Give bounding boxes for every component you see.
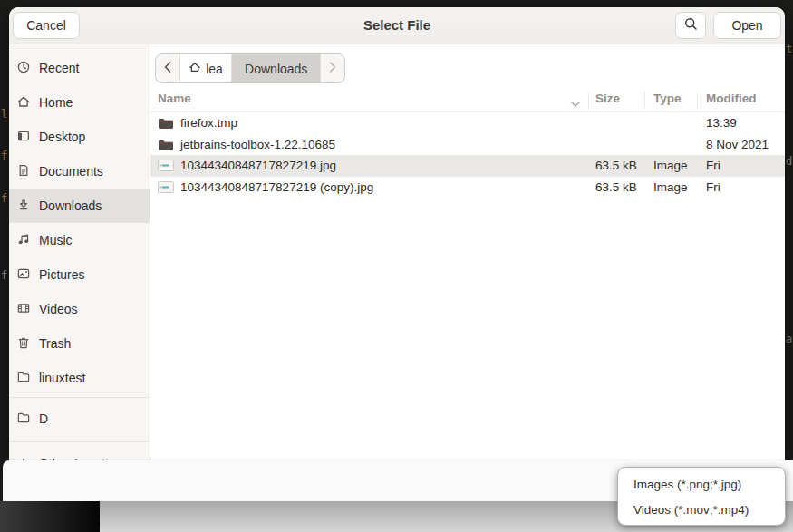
sidebar-item-label: Pictures [39,267,85,282]
sidebar-item-documents[interactable]: Documents [9,154,150,189]
home-icon [189,61,201,76]
file-chooser-dialog: Select File Cancel Open Recent Home Desk… [9,7,785,460]
path-bar: lea Downloads [155,53,345,83]
path-segment-home[interactable]: lea [180,54,232,82]
sidebar-item-label: Trash [39,336,71,351]
path-home-label: lea [206,62,223,76]
trash-icon [16,335,31,350]
chevron-right-icon [328,61,337,73]
column-header-type[interactable]: Type [653,92,682,105]
dialog-headerbar: Select File Cancel Open [9,7,785,44]
sidebar-item-recent[interactable]: Recent [9,51,150,85]
dialog-title: Select File [9,7,785,44]
column-separator [588,92,589,108]
terminal-text-fragment: d [786,156,793,167]
search-icon [683,16,699,32]
column-separator [697,92,698,108]
filter-option[interactable]: Images (*.png;*.jpg) [618,472,785,498]
sidebar-item-label: Videos [39,302,78,316]
terminal-text-fragment: l [1,109,9,120]
file-row[interactable]: firefox.tmp 13:39 [150,112,785,134]
file-row[interactable]: 10344340848717827219.jpg 63.5 kB Image F… [150,155,785,177]
folder-icon [158,139,174,151]
folder-icon [158,117,174,130]
sidebar-item-label: Home [39,95,73,110]
sidebar-item-pictures[interactable]: Pictures [9,257,150,292]
file-list: firefox.tmp 13:39 jetbrains-toolbox-1.22… [150,112,785,198]
terminal-text-fragment: f [1,270,9,281]
chevron-right-icon [328,61,337,76]
sidebar-item-linuxtest[interactable]: linuxtest [9,361,150,395]
sidebar-item-label: Music [39,233,73,247]
file-filter-popup: Images (*.png;*.jpg)Videos (*.mov;*.mp4) [617,467,786,526]
file-modified: 13:39 [706,116,737,130]
image-file-icon [158,160,174,171]
path-forward-button[interactable] [320,54,344,82]
column-header-size[interactable]: Size [595,92,620,105]
sidebar-item-home[interactable]: Home [9,85,150,120]
sidebar-item-label: Recent [39,61,79,75]
sidebar-item-label: Documents [39,164,103,179]
sidebar-item-label: linuxtest [39,371,85,385]
terminal-text-fragment: a [786,334,793,344]
sidebar-divider [9,441,150,442]
column-separator [644,92,645,108]
file-row[interactable]: jetbrains-toolbox-1.22.10685 8 Nov 2021 [150,134,785,156]
home-icon [189,61,201,73]
file-modified: 8 Nov 2021 [706,138,769,151]
file-name: 10344340848717827219 (copy).jpg [180,180,373,194]
search-button[interactable] [675,12,706,39]
music-icon [16,232,31,247]
chevron-left-icon [163,61,172,76]
sidebar-item-label: Desktop [39,130,85,144]
terminal-text-fragment: t [786,44,793,54]
pictures-icon [16,266,31,281]
column-header-name[interactable]: Name [158,92,191,105]
sidebar-item-label: D [39,411,48,426]
file-row[interactable]: 10344340848717827219 (copy).jpg 63.5 kB … [150,177,785,198]
sidebar-item-other-locations[interactable]: Other Locations [9,447,150,460]
path-segment-downloads[interactable]: Downloads [232,54,320,82]
file-modified: Fri [706,180,720,194]
sort-chevron-down-icon [570,101,581,108]
search-icon [683,16,699,34]
file-size: 63.5 kB [595,159,637,172]
file-name: jetbrains-toolbox-1.22.10685 [180,138,335,151]
home-icon [16,94,31,109]
column-header-modified[interactable]: Modified [706,92,757,105]
documents-icon [16,163,31,178]
terminal-text-fragment: f [1,193,9,204]
file-type: Image [653,180,688,194]
downloads-icon [16,198,31,212]
sidebar-divider [9,397,150,398]
sidebar-item-videos[interactable]: Videos [9,292,150,326]
terminal-text-fragment: f [1,150,9,161]
desktop-icon [16,129,31,143]
chevron-left-icon [163,61,172,73]
file-size: 63.5 kB [595,180,637,194]
list-column-headers: Name Size Type Modified [150,89,785,112]
folder-icon [16,370,31,384]
places-sidebar: Recent Home Desktop Documents Downloads … [9,44,150,460]
sort-direction-icon[interactable] [570,97,581,111]
file-type: Image [653,159,688,172]
path-back-button[interactable] [156,54,180,82]
sidebar-item-desktop[interactable]: Desktop [9,120,150,154]
image-file-icon [158,181,174,193]
sidebar-item-label: Downloads [39,198,102,213]
open-button[interactable]: Open [713,12,781,39]
file-browser-pane: lea Downloads Name Size Type Modified fi… [150,44,785,460]
recent-icon [16,60,31,74]
sidebar-item-trash[interactable]: Trash [9,326,150,361]
cancel-button[interactable]: Cancel [13,12,80,39]
sidebar-item-music[interactable]: Music [9,223,150,257]
file-name: firefox.tmp [180,116,237,130]
sidebar-item-d[interactable]: D [9,401,150,436]
file-name: 10344340848717827219.jpg [180,159,336,172]
sidebar-item-downloads[interactable]: Downloads [9,189,150,223]
folder-icon [16,411,31,425]
file-modified: Fri [706,159,720,172]
background-dark-area [0,501,100,532]
videos-icon [16,301,31,315]
filter-option[interactable]: Videos (*.mov;*.mp4) [618,498,785,523]
